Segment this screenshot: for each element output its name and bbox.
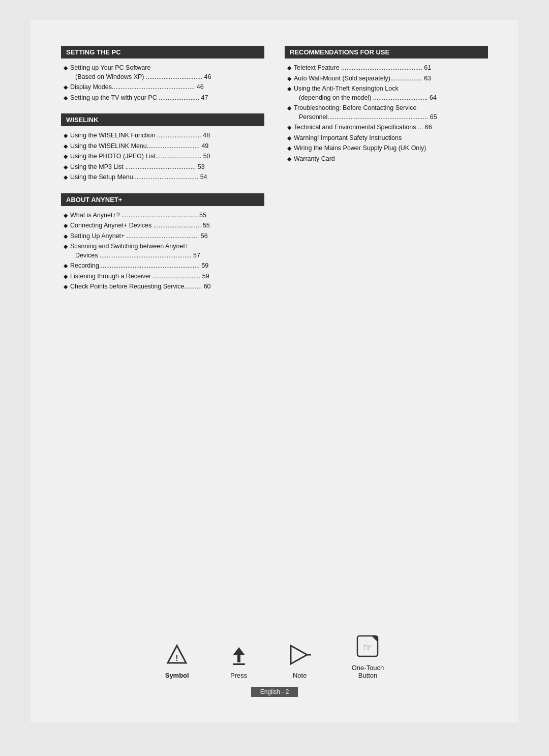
item-text: Using the WISELINK Function ............… <box>70 131 264 140</box>
list-item: ◆ Setting up the TV with your PC .......… <box>64 94 264 103</box>
diamond-icon: ◆ <box>287 134 291 142</box>
list-item: ◆ Listening through a Receiver .........… <box>64 272 264 281</box>
diamond-icon: ◆ <box>64 163 68 171</box>
diamond-icon: ◆ <box>64 262 68 270</box>
footer-page-badge-container: English - 2 <box>61 687 488 697</box>
diamond-icon: ◆ <box>64 83 68 91</box>
item-text: Using the Setup Menu....................… <box>70 173 264 182</box>
svg-rect-3 <box>237 655 240 662</box>
item-text: Troubleshooting: Before Contacting Servi… <box>294 104 488 122</box>
symbol-icon: ! <box>166 644 188 668</box>
diamond-icon: ◆ <box>64 212 68 219</box>
diamond-icon: ◆ <box>64 64 68 72</box>
symbol-label: Symbol <box>165 672 189 679</box>
item-text: Teletext Feature .......................… <box>294 64 488 73</box>
section-recommendations: RECOMMENDATIONS FOR USE ◆ Teletext Featu… <box>285 46 488 163</box>
item-text: Using the MP3 List .....................… <box>70 163 264 172</box>
list-item: ◆ Warning! Important Safety Instructions <box>287 134 488 143</box>
list-item: ◆ Using the Anti-Theft Kensington Lock (… <box>287 84 488 102</box>
note-icon <box>289 644 311 668</box>
setting-pc-items: ◆ Setting up Your PC Software (Based on … <box>61 64 264 102</box>
list-item: ◆ Check Points before Requesting Service… <box>64 282 264 292</box>
item-text: Listening through a Receiver ...........… <box>70 272 264 281</box>
item-text: Setting up Your PC Software (Based on Wi… <box>70 64 264 81</box>
item-text: Warning! Important Safety Instructions <box>294 134 488 143</box>
diamond-icon: ◆ <box>287 144 291 152</box>
item-text: Auto Wall-Mount (Sold separately).......… <box>294 74 488 83</box>
diamond-icon: ◆ <box>287 124 291 131</box>
item-sub: (Based on Windows XP) ..................… <box>70 73 264 82</box>
section-wiselink: WISELINK ◆ Using the WISELINK Function .… <box>61 113 264 182</box>
item-text: Scanning and Switching between Anynet+ D… <box>70 242 264 260</box>
item-sub: Devices ................................… <box>70 251 264 260</box>
list-item: ◆ Connecting Anynet+ Devices ...........… <box>64 221 264 230</box>
item-text: Using the Anti-Theft Kensington Lock (de… <box>294 84 488 102</box>
press-icon <box>230 646 248 668</box>
footer-note: Note <box>289 644 311 679</box>
item-sub: Personnel...............................… <box>294 113 488 122</box>
footer-icons-row: ! Symbol <box>61 634 488 679</box>
list-item: ◆ Using the MP3 List ...................… <box>64 163 264 172</box>
diamond-icon: ◆ <box>64 132 68 139</box>
item-text: Setting Up Anynet+ .....................… <box>70 232 264 241</box>
svg-marker-5 <box>291 646 307 664</box>
diamond-icon: ◆ <box>287 155 291 163</box>
section-header-setting-pc: SETTING THE PC <box>61 46 264 59</box>
item-text: Using the PHOTO (JPEG) List.............… <box>70 152 264 161</box>
footer-symbol: ! Symbol <box>165 644 189 679</box>
footer-one-touch: ☞ One-Touch Button <box>352 634 384 679</box>
diamond-icon: ◆ <box>64 283 68 290</box>
one-touch-label-group: One-Touch Button <box>352 664 384 679</box>
diamond-icon: ◆ <box>64 232 68 240</box>
item-text: Using the WISELINK Menu.................… <box>70 142 264 151</box>
section-header-anynet: ABOUT ANYNET+ <box>61 193 264 206</box>
item-text: Warranty Card <box>294 155 488 164</box>
list-item: ◆ Using the WISELINK Function ..........… <box>64 131 264 140</box>
diamond-icon: ◆ <box>64 173 68 181</box>
list-item: ◆ Using the Setup Menu..................… <box>64 173 264 182</box>
list-item: ◆ Using the WISELINK Menu...............… <box>64 142 264 151</box>
list-item: ◆ Setting up Your PC Software (Based on … <box>64 64 264 81</box>
section-header-recommendations: RECOMMENDATIONS FOR USE <box>285 46 488 59</box>
section-about-anynet: ABOUT ANYNET+ ◆ What is Anynet+? .......… <box>61 193 264 292</box>
list-item: ◆ Wiring the Mains Power Supply Plug (UK… <box>287 144 488 153</box>
left-column: SETTING THE PC ◆ Setting up Your PC Soft… <box>61 46 264 614</box>
wiselink-items: ◆ Using the WISELINK Function ..........… <box>61 131 264 182</box>
diamond-icon: ◆ <box>64 273 68 280</box>
svg-marker-8 <box>372 636 378 642</box>
recommendations-items: ◆ Teletext Feature .....................… <box>285 64 488 163</box>
list-item: ◆ Scanning and Switching between Anynet+… <box>64 242 264 260</box>
diamond-icon: ◆ <box>64 243 68 250</box>
anynet-items: ◆ What is Anynet+? .....................… <box>61 211 264 292</box>
item-text: Display Modes...........................… <box>70 83 264 92</box>
item-text: What is Anynet+? .......................… <box>70 211 264 220</box>
diamond-icon: ◆ <box>64 142 68 150</box>
one-touch-label2: Button <box>358 672 378 679</box>
page-badge: English - 2 <box>251 687 298 697</box>
one-touch-label: One-Touch <box>352 664 384 672</box>
press-label: Press <box>230 672 247 679</box>
list-item: ◆ Warranty Card <box>287 155 488 164</box>
diamond-icon: ◆ <box>287 64 291 72</box>
footer-press: Press <box>230 646 248 679</box>
item-text: Connecting Anynet+ Devices .............… <box>70 221 264 230</box>
svg-text:☞: ☞ <box>363 642 372 653</box>
list-item: ◆ Recording.............................… <box>64 261 264 271</box>
one-touch-icon: ☞ <box>355 634 380 661</box>
item-text: Check Points before Requesting Service..… <box>70 282 264 292</box>
item-text: Recording...............................… <box>70 261 264 271</box>
list-item: ◆ Troubleshooting: Before Contacting Ser… <box>287 104 488 122</box>
list-item: ◆ Auto Wall-Mount (Sold separately).....… <box>287 74 488 83</box>
diamond-icon: ◆ <box>64 94 68 102</box>
list-item: ◆ Display Modes.........................… <box>64 83 264 92</box>
item-text: Technical and Environmental Specificatio… <box>294 123 488 132</box>
note-label: Note <box>293 672 307 679</box>
item-sub: (depending on the model) ...............… <box>294 94 488 103</box>
list-item: ◆ Using the PHOTO (JPEG) List...........… <box>64 152 264 161</box>
section-header-wiselink: WISELINK <box>61 113 264 126</box>
diamond-icon: ◆ <box>64 153 68 160</box>
page: SETTING THE PC ◆ Setting up Your PC Soft… <box>30 20 518 722</box>
svg-text:!: ! <box>176 654 178 662</box>
svg-marker-2 <box>233 647 245 655</box>
diamond-icon: ◆ <box>64 222 68 229</box>
